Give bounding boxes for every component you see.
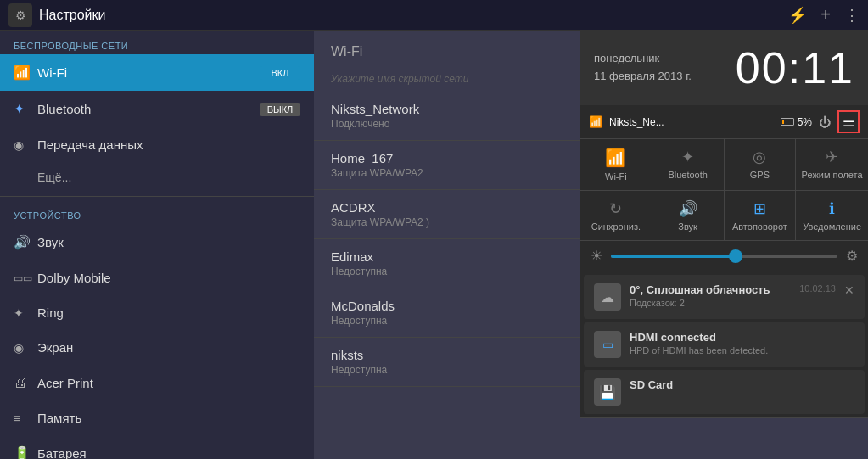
flash-icon[interactable]: ⚡ [788, 6, 807, 25]
sidebar-item-battery[interactable]: 🔋 Батарея [0, 435, 314, 459]
ring-label: Ring [37, 305, 300, 320]
quick-toggle-sync[interactable]: ↻ Синхрониз. [580, 191, 652, 240]
sidebar: Беспроводные сети 📶 Wi-Fi ВКЛ ✦ Bluetoot… [0, 31, 314, 459]
dolby-icon: ▭▭ [14, 272, 37, 284]
print-icon: 🖨 [14, 375, 37, 390]
sound-label: Звук [37, 235, 300, 249]
brightness-low-icon: ☀ [591, 248, 602, 264]
clock-time: 00:11 [736, 42, 854, 93]
screen-icon: ◉ [14, 341, 37, 355]
add-icon[interactable]: + [820, 5, 831, 25]
weather-notif-subtitle: Подсказок: 2 [630, 298, 791, 308]
sidebar-item-print[interactable]: 🖨 Acer Print [0, 365, 314, 400]
app-icon: ⚙ [8, 3, 32, 27]
sidebar-item-ring[interactable]: ✦ Ring [0, 295, 314, 330]
quick-wifi-label: Wi-Fi [605, 171, 627, 182]
weather-icon: ☁ [594, 283, 621, 311]
status-mini-bar: 📶 Niksts_Ne... 5% ⏻ ⚌ [580, 105, 868, 139]
sidebar-item-sound[interactable]: 🔊 Звук [0, 224, 314, 260]
sidebar-item-memory[interactable]: ≡ Память [0, 400, 314, 435]
weather-notif-close[interactable]: ✕ [844, 283, 854, 297]
weather-notif-title: 0°, Сплошная облачность [630, 283, 791, 296]
quick-bluetooth-label: Bluetooth [668, 170, 707, 180]
sidebar-item-screen[interactable]: ◉ Экран [0, 330, 314, 365]
quick-sound-icon: 🔊 [679, 199, 697, 218]
quick-toggle-sound[interactable]: 🔊 Звук [652, 191, 725, 240]
bluetooth-toggle[interactable]: ВЫКЛ [260, 103, 300, 116]
more-icon[interactable]: ⋮ [844, 6, 860, 25]
quick-notification-label: Уведомление [803, 221, 861, 232]
brightness-thumb [729, 249, 742, 263]
quick-airplane-icon: ✈ [826, 148, 838, 166]
quick-sync-label: Синхрониз. [591, 221, 641, 232]
battery-indicator [781, 118, 794, 126]
settings-sliders-icon[interactable]: ⚌ [837, 110, 860, 133]
quick-gps-label: GPS [750, 170, 770, 180]
section-header-wireless: Беспроводные сети [0, 31, 314, 54]
brightness-fill [611, 255, 736, 258]
quick-toggle-gps[interactable]: ◎ GPS [725, 139, 797, 190]
battery-fill [782, 120, 784, 124]
top-bar: ⚙ Настройки ⚡ + ⋮ [0, 0, 868, 31]
quick-sound-label: Звук [678, 221, 697, 232]
status-battery: 5% [781, 116, 812, 128]
clock-section: понедельник 11 февраля 2013 г. 00:11 [580, 31, 868, 105]
overlay-panel: понедельник 11 февраля 2013 г. 00:11 📶 N… [580, 31, 868, 418]
weather-notif-content: 0°, Сплошная облачность Подсказок: 2 [630, 283, 791, 308]
status-network-name: Niksts_Ne... [609, 116, 774, 128]
ring-icon: ✦ [14, 306, 37, 320]
sound-icon: 🔊 [14, 234, 37, 250]
hdmi-icon: ▭ [594, 331, 621, 358]
screen-label: Экран [37, 340, 300, 355]
quick-toggles-row1: 📶 Wi-Fi ✦ Bluetooth ◎ GPS ✈ Режим полета [580, 139, 868, 191]
wifi-label: Wi-Fi [37, 65, 260, 80]
bluetooth-label: Bluetooth [37, 102, 260, 116]
sidebar-item-dolby[interactable]: ▭▭ Dolby Mobile [0, 260, 314, 295]
dolby-label: Dolby Mobile [37, 271, 300, 285]
quick-notification-icon: ℹ [829, 199, 835, 218]
sidebar-divider [0, 196, 314, 197]
quick-airplane-label: Режим полета [802, 170, 863, 180]
section-header-device: Устройство [0, 200, 314, 224]
sdcard-notif-title: SD Card [630, 378, 854, 391]
notification-sdcard: 💾 SD Card [584, 370, 865, 414]
brightness-row: ☀ ⚙ [580, 241, 868, 271]
sdcard-icon: 💾 [594, 378, 621, 406]
quick-rotation-label: Автоповорот [732, 221, 787, 232]
top-bar-actions: ⚡ + ⋮ [788, 5, 860, 25]
hdmi-notif-content: HDMI connected HPD of HDMI has been dete… [630, 331, 854, 355]
quick-toggle-airplane[interactable]: ✈ Режим полета [796, 139, 868, 190]
quick-toggle-bluetooth[interactable]: ✦ Bluetooth [652, 139, 725, 190]
memory-label: Память [37, 411, 300, 425]
quick-toggle-rotation[interactable]: ⊞ Автоповорот [725, 191, 797, 240]
quick-rotation-icon: ⊞ [753, 199, 766, 218]
brightness-slider[interactable] [611, 255, 837, 258]
wifi-icon: 📶 [14, 64, 37, 81]
hdmi-notif-title: HDMI connected [630, 331, 854, 344]
quick-bluetooth-icon: ✦ [681, 148, 694, 166]
page-title: Настройки [39, 8, 788, 23]
data-icon: ◉ [14, 138, 37, 152]
sidebar-item-bluetooth[interactable]: ✦ Bluetooth ВЫКЛ [0, 91, 314, 127]
status-percent: 5% [798, 116, 812, 128]
clock-date: понедельник 11 февраля 2013 г. [594, 50, 692, 86]
notification-hdmi: ▭ HDMI connected HPD of HDMI has been de… [584, 322, 865, 367]
wifi-toggle[interactable]: ВКЛ [260, 66, 300, 80]
battery-label: Батарея [37, 446, 300, 459]
quick-gps-icon: ◎ [753, 148, 766, 166]
quick-wifi-icon: 📶 [605, 148, 626, 168]
sdcard-notif-content: SD Card [630, 378, 854, 391]
more-item[interactable]: Ещё... [0, 162, 314, 193]
sidebar-item-wifi[interactable]: 📶 Wi-Fi ВКЛ [0, 54, 314, 91]
power-icon[interactable]: ⏻ [819, 115, 831, 129]
notification-weather: ☁ 0°, Сплошная облачность Подсказок: 2 1… [584, 275, 865, 319]
quick-toggle-notification[interactable]: ℹ Уведомление [796, 191, 868, 240]
quick-toggle-wifi[interactable]: 📶 Wi-Fi [580, 139, 652, 190]
status-wifi-icon: 📶 [589, 115, 602, 128]
bluetooth-icon: ✦ [14, 101, 37, 117]
weather-notif-meta: 10.02.13 [799, 283, 836, 294]
hdmi-notif-subtitle: HPD of HDMI has been detected. [630, 345, 854, 355]
brightness-settings-icon[interactable]: ⚙ [846, 248, 858, 264]
sidebar-item-data[interactable]: ◉ Передача данных [0, 127, 314, 162]
data-label: Передача данных [37, 137, 300, 152]
